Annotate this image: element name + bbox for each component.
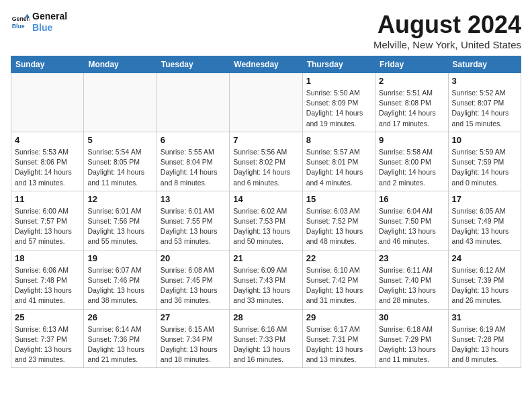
calendar-cell: 11Sunrise: 6:00 AMSunset: 7:57 PMDayligh… bbox=[11, 191, 84, 250]
weekday-monday: Monday bbox=[84, 56, 157, 73]
day-info: Sunrise: 6:18 AMSunset: 7:29 PMDaylight:… bbox=[379, 324, 444, 365]
logo: General Blue GeneralBlue bbox=[11, 11, 67, 34]
calendar-cell: 13Sunrise: 6:01 AMSunset: 7:55 PMDayligh… bbox=[157, 191, 229, 250]
page-header: General Blue GeneralBlue August 2024 Mel… bbox=[11, 11, 521, 50]
calendar-cell: 16Sunrise: 6:04 AMSunset: 7:50 PMDayligh… bbox=[375, 191, 448, 250]
day-info: Sunrise: 5:56 AMSunset: 8:02 PMDaylight:… bbox=[233, 147, 298, 188]
calendar-cell: 15Sunrise: 6:03 AMSunset: 7:52 PMDayligh… bbox=[302, 191, 375, 250]
day-number: 6 bbox=[161, 135, 226, 145]
day-number: 28 bbox=[233, 312, 298, 322]
day-info: Sunrise: 6:03 AMSunset: 7:52 PMDaylight:… bbox=[306, 206, 371, 247]
calendar-cell: 2Sunrise: 5:51 AMSunset: 8:08 PMDaylight… bbox=[375, 73, 448, 132]
calendar-cell: 17Sunrise: 6:05 AMSunset: 7:49 PMDayligh… bbox=[448, 191, 521, 250]
calendar-cell bbox=[157, 73, 229, 132]
calendar-cell: 8Sunrise: 5:57 AMSunset: 8:01 PMDaylight… bbox=[302, 132, 375, 191]
day-info: Sunrise: 5:50 AMSunset: 8:09 PMDaylight:… bbox=[306, 88, 371, 129]
day-info: Sunrise: 6:15 AMSunset: 7:34 PMDaylight:… bbox=[161, 324, 226, 365]
weekday-tuesday: Tuesday bbox=[157, 56, 229, 73]
day-info: Sunrise: 5:55 AMSunset: 8:04 PMDaylight:… bbox=[161, 147, 226, 188]
day-number: 27 bbox=[161, 312, 226, 322]
calendar-cell bbox=[230, 73, 302, 132]
day-number: 18 bbox=[15, 253, 80, 263]
calendar-cell: 5Sunrise: 5:54 AMSunset: 8:05 PMDaylight… bbox=[84, 132, 157, 191]
weekday-thursday: Thursday bbox=[302, 56, 375, 73]
day-number: 15 bbox=[306, 194, 371, 204]
calendar-cell: 29Sunrise: 6:17 AMSunset: 7:31 PMDayligh… bbox=[302, 309, 375, 368]
calendar-cell: 10Sunrise: 5:59 AMSunset: 7:59 PMDayligh… bbox=[448, 132, 521, 191]
calendar-table: SundayMondayTuesdayWednesdayThursdayFrid… bbox=[11, 56, 521, 368]
day-info: Sunrise: 5:54 AMSunset: 8:05 PMDaylight:… bbox=[87, 147, 152, 188]
weekday-friday: Friday bbox=[375, 56, 448, 73]
day-number: 10 bbox=[452, 135, 517, 145]
day-info: Sunrise: 6:07 AMSunset: 7:46 PMDaylight:… bbox=[87, 265, 152, 306]
calendar-cell: 12Sunrise: 6:01 AMSunset: 7:56 PMDayligh… bbox=[84, 191, 157, 250]
day-info: Sunrise: 6:02 AMSunset: 7:53 PMDaylight:… bbox=[233, 206, 298, 247]
day-number: 23 bbox=[379, 253, 444, 263]
day-number: 4 bbox=[15, 135, 80, 145]
calendar-cell: 7Sunrise: 5:56 AMSunset: 8:02 PMDaylight… bbox=[230, 132, 302, 191]
calendar-cell bbox=[11, 73, 84, 132]
day-number: 12 bbox=[87, 194, 152, 204]
day-number: 30 bbox=[379, 312, 444, 322]
day-number: 25 bbox=[15, 312, 80, 322]
calendar-cell: 4Sunrise: 5:53 AMSunset: 8:06 PMDaylight… bbox=[11, 132, 84, 191]
calendar-cell bbox=[84, 73, 157, 132]
day-number: 20 bbox=[161, 253, 226, 263]
calendar-cell: 1Sunrise: 5:50 AMSunset: 8:09 PMDaylight… bbox=[302, 73, 375, 132]
calendar-cell: 3Sunrise: 5:52 AMSunset: 8:07 PMDaylight… bbox=[448, 73, 521, 132]
logo-text: GeneralBlue bbox=[32, 11, 67, 34]
calendar-cell: 19Sunrise: 6:07 AMSunset: 7:46 PMDayligh… bbox=[84, 250, 157, 309]
day-number: 11 bbox=[15, 194, 80, 204]
week-row-4: 18Sunrise: 6:06 AMSunset: 7:48 PMDayligh… bbox=[11, 250, 521, 309]
calendar-cell: 14Sunrise: 6:02 AMSunset: 7:53 PMDayligh… bbox=[230, 191, 302, 250]
weekday-header-row: SundayMondayTuesdayWednesdayThursdayFrid… bbox=[11, 56, 521, 73]
calendar-cell: 26Sunrise: 6:14 AMSunset: 7:36 PMDayligh… bbox=[84, 309, 157, 368]
day-number: 5 bbox=[87, 135, 152, 145]
day-info: Sunrise: 5:58 AMSunset: 8:00 PMDaylight:… bbox=[379, 147, 444, 188]
day-number: 22 bbox=[306, 253, 371, 263]
day-info: Sunrise: 5:52 AMSunset: 8:07 PMDaylight:… bbox=[452, 88, 517, 129]
calendar-cell: 18Sunrise: 6:06 AMSunset: 7:48 PMDayligh… bbox=[11, 250, 84, 309]
day-number: 26 bbox=[87, 312, 152, 322]
calendar-cell: 6Sunrise: 5:55 AMSunset: 8:04 PMDaylight… bbox=[157, 132, 229, 191]
day-number: 8 bbox=[306, 135, 371, 145]
day-info: Sunrise: 6:14 AMSunset: 7:36 PMDaylight:… bbox=[87, 324, 152, 365]
day-info: Sunrise: 5:59 AMSunset: 7:59 PMDaylight:… bbox=[452, 147, 517, 188]
day-info: Sunrise: 6:04 AMSunset: 7:50 PMDaylight:… bbox=[379, 206, 444, 247]
day-info: Sunrise: 6:10 AMSunset: 7:42 PMDaylight:… bbox=[306, 265, 371, 306]
day-info: Sunrise: 6:12 AMSunset: 7:39 PMDaylight:… bbox=[452, 265, 517, 306]
day-number: 3 bbox=[452, 76, 517, 86]
calendar-cell: 28Sunrise: 6:16 AMSunset: 7:33 PMDayligh… bbox=[230, 309, 302, 368]
svg-text:Blue: Blue bbox=[12, 23, 25, 30]
calendar-cell: 20Sunrise: 6:08 AMSunset: 7:45 PMDayligh… bbox=[157, 250, 229, 309]
day-info: Sunrise: 6:09 AMSunset: 7:43 PMDaylight:… bbox=[233, 265, 298, 306]
day-info: Sunrise: 5:51 AMSunset: 8:08 PMDaylight:… bbox=[379, 88, 444, 129]
week-row-5: 25Sunrise: 6:13 AMSunset: 7:37 PMDayligh… bbox=[11, 309, 521, 368]
day-info: Sunrise: 6:16 AMSunset: 7:33 PMDaylight:… bbox=[233, 324, 298, 365]
day-number: 17 bbox=[452, 194, 517, 204]
day-number: 13 bbox=[161, 194, 226, 204]
day-number: 9 bbox=[379, 135, 444, 145]
calendar-cell: 27Sunrise: 6:15 AMSunset: 7:34 PMDayligh… bbox=[157, 309, 229, 368]
day-number: 16 bbox=[379, 194, 444, 204]
day-info: Sunrise: 5:53 AMSunset: 8:06 PMDaylight:… bbox=[15, 147, 80, 188]
day-info: Sunrise: 6:19 AMSunset: 7:28 PMDaylight:… bbox=[452, 324, 517, 365]
calendar-cell: 23Sunrise: 6:11 AMSunset: 7:40 PMDayligh… bbox=[375, 250, 448, 309]
day-info: Sunrise: 6:01 AMSunset: 7:55 PMDaylight:… bbox=[161, 206, 226, 247]
week-row-3: 11Sunrise: 6:00 AMSunset: 7:57 PMDayligh… bbox=[11, 191, 521, 250]
day-number: 19 bbox=[87, 253, 152, 263]
day-info: Sunrise: 6:17 AMSunset: 7:31 PMDaylight:… bbox=[306, 324, 371, 365]
day-number: 7 bbox=[233, 135, 298, 145]
day-info: Sunrise: 6:13 AMSunset: 7:37 PMDaylight:… bbox=[15, 324, 80, 365]
day-info: Sunrise: 5:57 AMSunset: 8:01 PMDaylight:… bbox=[306, 147, 371, 188]
week-row-2: 4Sunrise: 5:53 AMSunset: 8:06 PMDaylight… bbox=[11, 132, 521, 191]
day-number: 14 bbox=[233, 194, 298, 204]
day-info: Sunrise: 6:11 AMSunset: 7:40 PMDaylight:… bbox=[379, 265, 444, 306]
calendar-cell: 22Sunrise: 6:10 AMSunset: 7:42 PMDayligh… bbox=[302, 250, 375, 309]
day-info: Sunrise: 6:08 AMSunset: 7:45 PMDaylight:… bbox=[161, 265, 226, 306]
day-number: 1 bbox=[306, 76, 371, 86]
calendar-cell: 21Sunrise: 6:09 AMSunset: 7:43 PMDayligh… bbox=[230, 250, 302, 309]
day-number: 21 bbox=[233, 253, 298, 263]
day-number: 31 bbox=[452, 312, 517, 322]
calendar-cell: 24Sunrise: 6:12 AMSunset: 7:39 PMDayligh… bbox=[448, 250, 521, 309]
